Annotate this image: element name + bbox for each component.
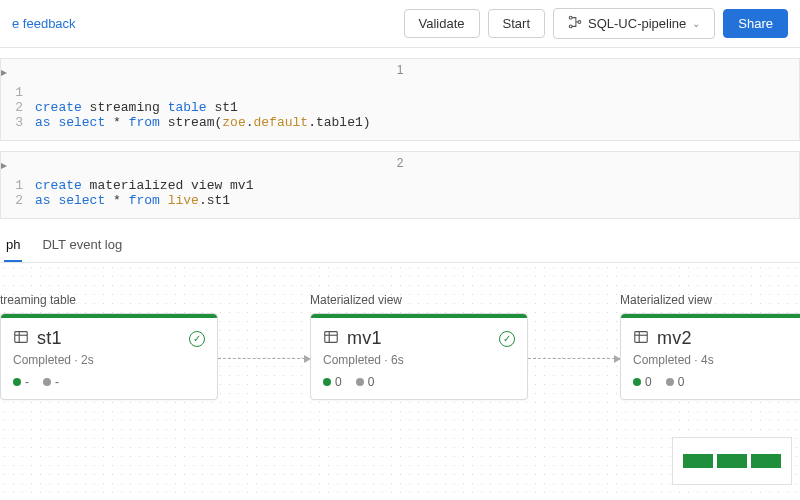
cell-index: 2	[397, 156, 404, 170]
metric-dot-gray	[356, 378, 364, 386]
svg-rect-9	[635, 332, 647, 343]
metric-dot-green	[323, 378, 331, 386]
node-type-label: Materialized view	[310, 293, 402, 307]
node-metrics: - -	[13, 375, 205, 389]
pipeline-selector[interactable]: SQL-UC-pipeline ⌄	[553, 8, 715, 39]
table-icon	[323, 329, 339, 348]
code-area[interactable]: 1create materialized view mv12as select …	[1, 174, 799, 218]
node-name: mv2	[657, 328, 692, 349]
cell-collapse-icon[interactable]: ▸	[1, 65, 7, 79]
cell-header: ▸ 1	[1, 59, 799, 81]
code-line[interactable]: 1	[1, 85, 799, 100]
svg-point-1	[569, 25, 572, 28]
code-text: create streaming table st1	[35, 100, 238, 115]
line-number: 1	[1, 85, 35, 100]
cell-index: 1	[397, 63, 404, 77]
code-text: as select * from stream(zoe.default.tabl…	[35, 115, 371, 130]
share-button[interactable]: Share	[723, 9, 788, 38]
minimap-node	[683, 454, 713, 468]
table-icon	[633, 329, 649, 348]
cell-collapse-icon[interactable]: ▸	[1, 158, 7, 172]
validate-button[interactable]: Validate	[404, 9, 480, 38]
graph-canvas[interactable]: treaming table st1 ✓ Completed · 2s - - …	[0, 263, 800, 493]
node-status: Completed · 2s	[13, 353, 205, 367]
pipeline-name: SQL-UC-pipeline	[588, 16, 686, 31]
graph-edge	[528, 358, 620, 359]
node-type-label: treaming table	[0, 293, 76, 307]
tab-event-log[interactable]: DLT event log	[40, 229, 124, 262]
topbar-actions: Validate Start SQL-UC-pipeline ⌄ Share	[404, 8, 788, 39]
svg-point-0	[569, 16, 572, 19]
minimap-node	[751, 454, 781, 468]
line-number: 2	[1, 193, 35, 208]
code-line[interactable]: 2as select * from live.st1	[1, 193, 799, 208]
node-status: Completed · 6s	[323, 353, 515, 367]
code-area[interactable]: 12create streaming table st13as select *…	[1, 81, 799, 140]
code-line[interactable]: 1create materialized view mv1	[1, 178, 799, 193]
check-icon: ✓	[499, 331, 515, 347]
cell-header: ▸ 2	[1, 152, 799, 174]
minimap[interactable]	[672, 437, 792, 485]
code-text: create materialized view mv1	[35, 178, 253, 193]
node-name: st1	[37, 328, 62, 349]
chevron-down-icon: ⌄	[692, 18, 700, 29]
code-text: as select * from live.st1	[35, 193, 230, 208]
tab-graph[interactable]: ph	[4, 229, 22, 262]
node-status: Completed · 4s	[633, 353, 800, 367]
pipeline-icon	[568, 15, 582, 32]
check-icon: ✓	[189, 331, 205, 347]
node-name: mv1	[347, 328, 382, 349]
line-number: 2	[1, 100, 35, 115]
graph-node[interactable]: mv1 ✓ Completed · 6s 0 0	[310, 313, 528, 400]
svg-rect-3	[15, 332, 27, 343]
node-type-label: Materialized view	[620, 293, 712, 307]
line-number: 1	[1, 178, 35, 193]
metric-dot-gray	[666, 378, 674, 386]
metric-dot-green	[13, 378, 21, 386]
graph-edge	[218, 358, 310, 359]
start-button[interactable]: Start	[488, 9, 545, 38]
minimap-node	[717, 454, 747, 468]
code-cell[interactable]: ▸ 2 1create materialized view mv12as sel…	[0, 151, 800, 219]
graph-node[interactable]: mv2 ✓ Completed · 4s 0 0	[620, 313, 800, 400]
feedback-link[interactable]: e feedback	[12, 16, 76, 31]
line-number: 3	[1, 115, 35, 130]
graph-node[interactable]: st1 ✓ Completed · 2s - -	[0, 313, 218, 400]
metric-dot-gray	[43, 378, 51, 386]
metric-dot-green	[633, 378, 641, 386]
node-metrics: 0 0	[323, 375, 515, 389]
svg-point-2	[578, 21, 581, 24]
topbar: e feedback Validate Start SQL-UC-pipelin…	[0, 0, 800, 48]
code-line[interactable]: 2create streaming table st1	[1, 100, 799, 115]
code-line[interactable]: 3as select * from stream(zoe.default.tab…	[1, 115, 799, 130]
tab-bar: ph DLT event log	[0, 229, 800, 263]
code-cell[interactable]: ▸ 1 12create streaming table st13as sele…	[0, 58, 800, 141]
node-metrics: 0 0	[633, 375, 800, 389]
table-icon	[13, 329, 29, 348]
svg-rect-6	[325, 332, 337, 343]
